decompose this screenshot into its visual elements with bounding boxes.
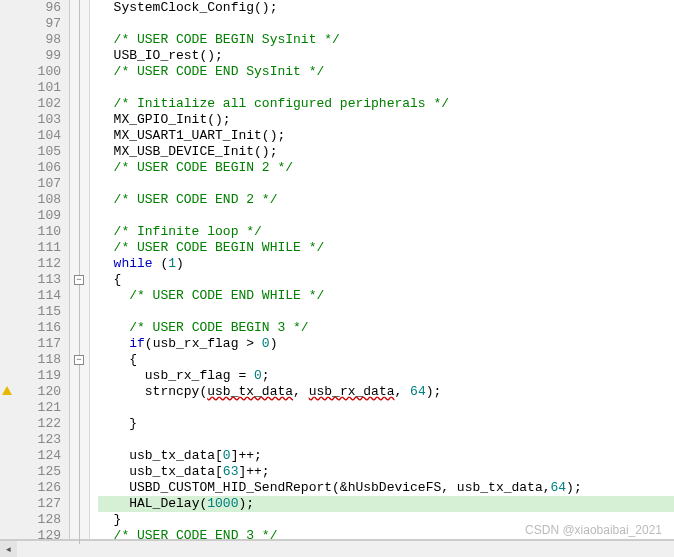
code-line[interactable]: /* USER CODE BEGIN SysInit */ [98,32,674,48]
code-line[interactable] [98,176,674,192]
fold-margin[interactable]: −− [70,0,90,539]
code-line[interactable]: MX_GPIO_Init(); [98,112,674,128]
line-number: 122 [20,416,61,432]
line-number: 99 [20,48,61,64]
code-line[interactable]: } [98,512,674,528]
code-line[interactable]: usb_rx_flag = 0; [98,368,674,384]
line-number: 125 [20,464,61,480]
code-line[interactable]: { [98,272,674,288]
code-line[interactable]: /* Infinite loop */ [98,224,674,240]
code-line[interactable]: usb_tx_data[0]++; [98,448,674,464]
line-number: 112 [20,256,61,272]
line-number: 107 [20,176,61,192]
line-number: 119 [20,368,61,384]
code-line[interactable]: /* USER CODE END 3 */ [98,528,674,544]
line-number: 105 [20,144,61,160]
line-number: 123 [20,432,61,448]
line-number: 101 [20,80,61,96]
line-number: 127 [20,496,61,512]
line-number: 121 [20,400,61,416]
line-number: 100 [20,64,61,80]
line-number: 106 [20,160,61,176]
line-number: 124 [20,448,61,464]
code-line[interactable] [98,304,674,320]
code-line[interactable]: /* USER CODE BEGIN 3 */ [98,320,674,336]
warning-icon [2,386,12,395]
line-number: 118 [20,352,61,368]
code-line[interactable] [98,80,674,96]
fold-toggle-icon[interactable]: − [74,275,84,285]
line-number: 114 [20,288,61,304]
line-number: 126 [20,480,61,496]
code-line[interactable]: /* USER CODE BEGIN WHILE */ [98,240,674,256]
code-area[interactable]: SystemClock_Config(); /* USER CODE BEGIN… [90,0,674,539]
code-line[interactable]: SystemClock_Config(); [98,0,674,16]
code-line[interactable]: if(usb_rx_flag > 0) [98,336,674,352]
line-number: 120 [20,384,61,400]
code-line[interactable]: USBD_CUSTOM_HID_SendReport(&hUsbDeviceFS… [98,480,674,496]
line-number: 97 [20,16,61,32]
code-line[interactable]: /* Initialize all configured peripherals… [98,96,674,112]
line-number: 104 [20,128,61,144]
code-line[interactable] [98,400,674,416]
line-number: 110 [20,224,61,240]
line-number: 108 [20,192,61,208]
code-line[interactable]: /* USER CODE END WHILE */ [98,288,674,304]
line-number: 117 [20,336,61,352]
line-number: 128 [20,512,61,528]
line-number: 102 [20,96,61,112]
code-line[interactable]: /* USER CODE END 2 */ [98,192,674,208]
line-number: 113 [20,272,61,288]
code-line[interactable]: { [98,352,674,368]
code-line[interactable]: /* USER CODE BEGIN 2 */ [98,160,674,176]
code-editor[interactable]: 9697989910010110210310410510610710810911… [0,0,674,540]
line-number-gutter: 9697989910010110210310410510610710810911… [20,0,70,539]
code-line[interactable]: HAL_Delay(1000); [98,496,674,512]
code-line[interactable]: MX_USART1_UART_Init(); [98,128,674,144]
line-number: 116 [20,320,61,336]
line-number: 129 [20,528,61,544]
code-line[interactable]: /* USER CODE END SysInit */ [98,64,674,80]
line-number: 98 [20,32,61,48]
line-number: 115 [20,304,61,320]
code-line[interactable]: strncpy(usb_tx_data, usb_rx_data, 64); [98,384,674,400]
marker-margin [0,0,20,539]
code-line[interactable]: } [98,416,674,432]
line-number: 109 [20,208,61,224]
line-number: 96 [20,0,61,16]
fold-toggle-icon[interactable]: − [74,355,84,365]
code-line[interactable]: while (1) [98,256,674,272]
code-line[interactable]: USB_IO_rest(); [98,48,674,64]
code-line[interactable] [98,432,674,448]
code-line[interactable] [98,208,674,224]
code-line[interactable] [98,16,674,32]
code-line[interactable]: usb_tx_data[63]++; [98,464,674,480]
line-number: 103 [20,112,61,128]
code-line[interactable]: MX_USB_DEVICE_Init(); [98,144,674,160]
line-number: 111 [20,240,61,256]
